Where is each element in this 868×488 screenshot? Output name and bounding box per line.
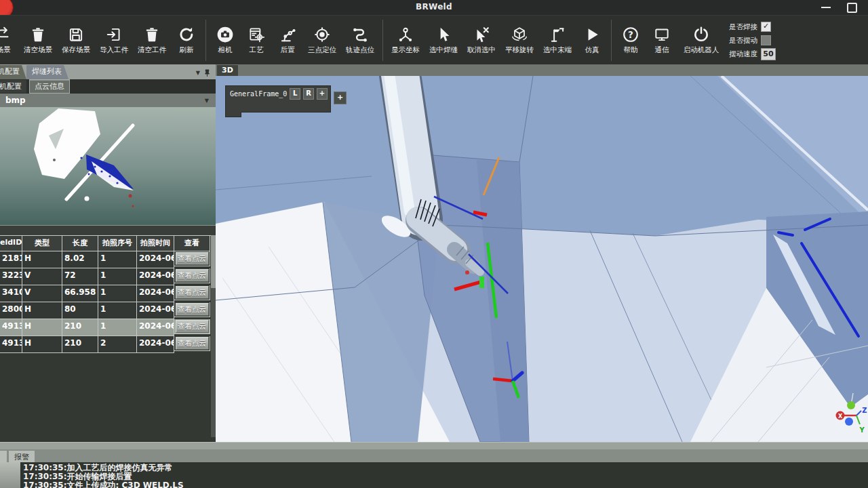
weave-checkbox-label: 是否摆动 <box>729 36 757 45</box>
table-row[interactable]: 3223 V 72 1 2024-06 查看点云 <box>0 268 211 285</box>
toolbar-button-show-coords[interactable]: 显示坐标 <box>387 16 425 65</box>
log-line: 17:30:35:文件上传成功: C3D WELD.LS <box>23 481 184 488</box>
cube-rotate-icon <box>511 26 528 43</box>
chevron-down-icon[interactable]: ▼ <box>205 98 209 104</box>
svg-text:Z: Z <box>862 407 867 414</box>
left-panel-tabbar: 机配置 焊缝列表 ▼ <box>0 64 216 79</box>
weld-checkbox-label: 是否焊接 <box>729 22 757 32</box>
toolbar-button-trajectory[interactable]: 轨迹点位 <box>341 16 379 65</box>
3d-viewport[interactable]: 3D <box>216 64 868 442</box>
end-effector-icon <box>549 26 566 43</box>
weld-table: eldID 类型 长度 拍照序号 拍照时间 查看 2181 H 8.02 1 2… <box>0 235 211 353</box>
toolbar-button-refresh[interactable]: 刷新 <box>171 16 202 65</box>
weave-speed-label: 摆动速度 <box>729 49 757 59</box>
toolbar-button-process[interactable]: 工艺 <box>241 16 272 65</box>
tab-weld-list[interactable]: 焊缝列表 <box>26 65 68 79</box>
toolbar-button-clear-workpiece[interactable]: 清空工件 <box>133 16 171 65</box>
toolbar-button-start-robot[interactable]: 启动机器人 <box>677 16 725 65</box>
toolbar-button-save-scene[interactable]: 保存场景 <box>57 16 95 65</box>
chevron-down-icon[interactable]: ▼ <box>196 70 200 76</box>
view-pointcloud-button[interactable]: 查看点云 <box>176 337 209 350</box>
table-scrollbar[interactable] <box>211 235 216 437</box>
process-gear-icon <box>248 26 265 43</box>
maximize-button[interactable] <box>847 3 857 13</box>
table-row-selected[interactable]: 4913 H 210 1 2024-06 查看点云 <box>0 319 211 336</box>
import-icon <box>105 26 123 43</box>
coordinate-icon <box>397 26 414 43</box>
toolbar-button-clear-scene[interactable]: 清空场景 <box>19 16 57 65</box>
weave-checkbox[interactable] <box>761 35 771 45</box>
frame-plus-button[interactable]: + <box>317 88 328 100</box>
add-frame-button[interactable]: + <box>334 92 347 104</box>
toolbar-button-select-weld[interactable]: 选中焊缝 <box>425 16 462 65</box>
log-resize-grip[interactable] <box>0 462 20 488</box>
refresh-icon <box>178 26 195 43</box>
main-toolbar: 场景 清空场景 保存场景 导入工件 <box>0 15 868 65</box>
weave-speed-input[interactable] <box>761 48 776 60</box>
table-row[interactable]: 4913 H 210 2 2024-06 查看点云 <box>0 336 211 353</box>
toolbar-button-pan-rotate[interactable]: 平移旋转 <box>500 16 538 65</box>
power-icon <box>692 26 710 43</box>
view-pointcloud-button[interactable]: 查看点云 <box>176 303 209 316</box>
view-pointcloud-button[interactable]: 查看点云 <box>176 286 209 299</box>
panel-divider <box>0 226 216 235</box>
trajectory-icon <box>351 26 369 43</box>
pointcloud-preview <box>0 107 216 226</box>
svg-text:?: ? <box>628 29 633 40</box>
3d-scene: X Z Y <box>216 76 868 442</box>
toolbar-button-deselect[interactable]: 取消选中 <box>462 16 500 65</box>
toolbar-button-help[interactable]: ? 帮助 <box>615 16 646 65</box>
trash-icon <box>143 26 161 43</box>
weld-checkbox[interactable]: ✓ <box>761 22 771 32</box>
log-tab-partial[interactable] <box>0 451 7 462</box>
minimize-button[interactable] <box>821 7 831 8</box>
toolbar-button-scene[interactable]: 场景 <box>0 16 19 65</box>
scene-icon <box>0 26 12 43</box>
weld-options: 是否焊接 ✓ 是否摆动 摆动速度 <box>725 16 780 65</box>
play-icon <box>583 26 601 43</box>
tab-3d[interactable]: 3D <box>217 65 238 76</box>
left-panel-subbar: 机配置 点云信息 <box>0 79 216 94</box>
view-pointcloud-button[interactable]: 查看点云 <box>176 320 209 333</box>
svg-text:Y: Y <box>859 426 865 434</box>
tab-camera-config[interactable]: 机配置 <box>0 65 26 79</box>
view-pointcloud-button[interactable]: 查看点云 <box>176 252 209 265</box>
pointcloud-image <box>0 107 216 225</box>
toolbar-button-simulate[interactable]: 仿真 <box>576 16 608 65</box>
table-row[interactable]: 3410 V 66.958 1 2024-06 查看点云 <box>0 285 211 302</box>
toolbar-button-camera[interactable]: 相机 <box>210 16 241 65</box>
cursor-icon <box>435 26 452 43</box>
scrollbar-thumb[interactable] <box>211 235 216 288</box>
toolbar-button-select-end[interactable]: 选中末端 <box>538 16 576 65</box>
subtab-camera-config[interactable]: 机配置 <box>0 80 26 93</box>
frame-panel: GeneralFrame_0 L R + <box>225 85 331 113</box>
robot-arm-icon <box>279 26 296 43</box>
frame-name-label: GeneralFrame_0 <box>230 90 287 98</box>
frame-right-button[interactable]: R <box>303 88 314 100</box>
camera-icon <box>216 26 234 43</box>
cursor-x-icon <box>473 26 490 43</box>
brweld-window: BRWeld 场景 清空场景 保存场景 <box>0 0 868 488</box>
toolbar-button-three-point[interactable]: 三点定位 <box>303 16 341 65</box>
preview-format-label: bmp <box>5 96 26 105</box>
target-icon <box>313 26 331 43</box>
log-panel: 17:30:35:加入工艺后的焊接仿真无异常 17:30:35:开始传输焊接后置… <box>0 462 868 488</box>
toolbar-button-post[interactable]: 后置 <box>272 16 303 65</box>
viewport-tabstrip: 3D <box>216 64 868 76</box>
monitor-icon <box>653 26 671 43</box>
toolbar-button-import-workpiece[interactable]: 导入工件 <box>95 16 133 65</box>
preview-format-bar[interactable]: bmp ▼ <box>0 94 216 107</box>
table-row[interactable]: 2181 H 8.02 1 2024-06 查看点云 <box>0 251 211 268</box>
save-icon <box>67 26 85 43</box>
toolbar-divider <box>382 20 383 61</box>
subtab-pointcloud-info[interactable]: 点云信息 <box>29 79 70 94</box>
toolbar-divider <box>611 20 612 61</box>
pin-icon[interactable] <box>204 69 210 77</box>
weld-table-header: eldID 类型 长度 拍照序号 拍照时间 查看 <box>0 236 211 251</box>
left-panel: 机配置 焊缝列表 ▼ 机配置 点云信息 bmp ▼ <box>0 64 216 442</box>
frame-left-button[interactable]: L <box>290 88 300 100</box>
view-pointcloud-button[interactable]: 查看点云 <box>176 269 209 282</box>
trash-icon <box>29 26 47 43</box>
table-row[interactable]: 2800 H 80 1 2024-06 查看点云 <box>0 302 211 319</box>
toolbar-button-comm[interactable]: 通信 <box>646 16 677 65</box>
